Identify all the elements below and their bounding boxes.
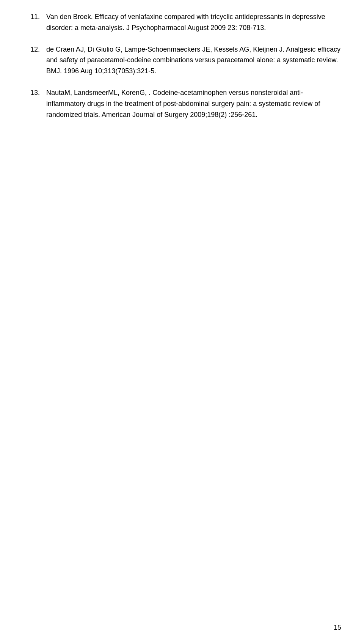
reference-number-12: 12. [30,44,46,77]
reference-number-13: 13. [30,87,46,120]
reference-item-13: 13. NautaM, LandsmeerML, KorenG, . Codei… [30,87,341,120]
reference-text-13: NautaM, LandsmeerML, KorenG, . Codeine-a… [46,87,341,120]
references-list: 11. Van den Broek. Efficacy of venlafaxi… [30,11,341,120]
reference-text-11: Van den Broek. Efficacy of venlafaxine c… [46,11,341,33]
page-container: 11. Van den Broek. Efficacy of venlafaxi… [0,0,364,643]
reference-item-11: 11. Van den Broek. Efficacy of venlafaxi… [30,11,341,33]
page-number: 15 [334,624,341,632]
reference-number-11: 11. [30,11,46,33]
reference-item-12: 12. de Craen AJ, Di Giulio G, Lampe-Scho… [30,44,341,77]
reference-text-12: de Craen AJ, Di Giulio G, Lampe-Schoenma… [46,44,341,77]
